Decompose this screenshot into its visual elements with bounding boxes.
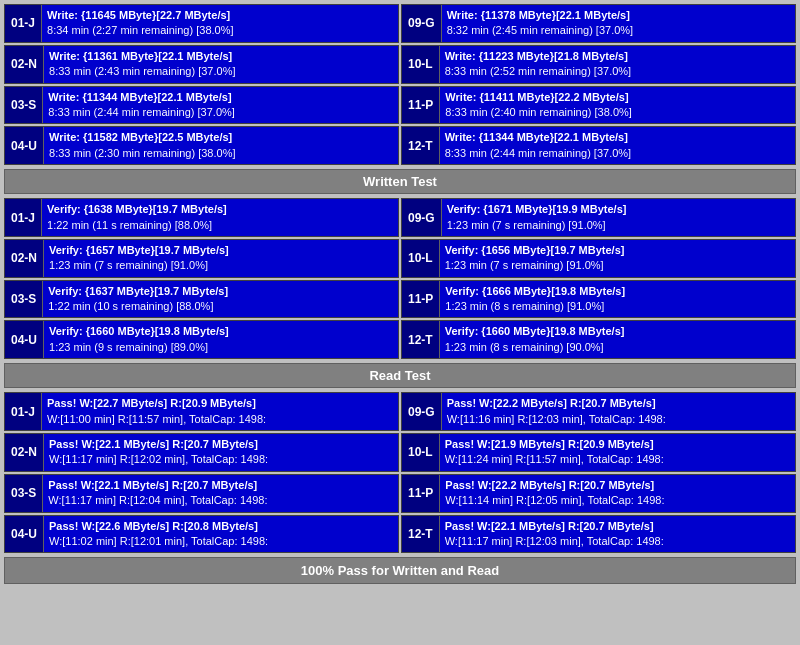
device-cell: 01-JVerify: {1638 MByte}[19.7 MByte/s]1:…	[4, 198, 399, 237]
device-line2: W:[11:24 min] R:[11:57 min], TotalCap: 1…	[445, 452, 790, 467]
device-id: 11-P	[402, 281, 440, 318]
device-line2: 1:22 min (11 s remaining) [88.0%]	[47, 218, 393, 233]
write-grid: 01-JWrite: {11645 MByte}[22.7 MByte/s]8:…	[4, 4, 796, 165]
device-cell: 01-JWrite: {11645 MByte}[22.7 MByte/s]8:…	[4, 4, 399, 43]
device-cell: 02-NPass! W:[22.1 MByte/s] R:[20.7 MByte…	[4, 433, 399, 472]
device-line2: W:[11:17 min] R:[12:04 min], TotalCap: 1…	[48, 493, 393, 508]
device-id: 11-P	[402, 475, 440, 512]
device-info: Pass! W:[22.6 MByte/s] R:[20.8 MByte/s] …	[44, 516, 398, 553]
device-cell: 04-UVerify: {1660 MByte}[19.8 MByte/s]1:…	[4, 320, 399, 359]
device-info: Verify: {1660 MByte}[19.8 MByte/s]1:23 m…	[44, 321, 398, 358]
device-cell: 04-UPass! W:[22.6 MByte/s] R:[20.8 MByte…	[4, 515, 399, 554]
device-line1: Verify: {1660 MByte}[19.8 MByte/s]	[445, 324, 790, 339]
device-id: 09-G	[402, 5, 442, 42]
device-id: 03-S	[5, 281, 43, 318]
device-info: Verify: {1656 MByte}[19.7 MByte/s]1:23 m…	[440, 240, 795, 277]
device-id: 10-L	[402, 434, 440, 471]
verify-grid: 01-JVerify: {1638 MByte}[19.7 MByte/s]1:…	[4, 198, 796, 359]
device-cell: 12-TVerify: {1660 MByte}[19.8 MByte/s]1:…	[401, 320, 796, 359]
device-line2: 1:22 min (10 s remaining) [88.0%]	[48, 299, 393, 314]
device-info: Pass! W:[22.7 MByte/s] R:[20.9 MByte/s] …	[42, 393, 398, 430]
device-line1: Write: {11344 MByte}[22.1 MByte/s]	[445, 130, 790, 145]
device-line1: Pass! W:[22.6 MByte/s] R:[20.8 MByte/s]	[49, 519, 393, 534]
device-line1: Write: {11582 MByte}[22.5 MByte/s]	[49, 130, 393, 145]
device-info: Write: {11411 MByte}[22.2 MByte/s]8:33 m…	[440, 87, 795, 124]
device-line2: 8:33 min (2:44 min remaining) [37.0%]	[445, 146, 790, 161]
device-cell: 11-PVerify: {1666 MByte}[19.8 MByte/s]1:…	[401, 280, 796, 319]
device-info: Write: {11223 MByte}[21.8 MByte/s]8:33 m…	[440, 46, 795, 83]
device-line2: W:[11:00 min] R:[11:57 min], TotalCap: 1…	[47, 412, 393, 427]
device-info: Pass! W:[22.1 MByte/s] R:[20.7 MByte/s] …	[44, 434, 398, 471]
device-info: Verify: {1657 MByte}[19.7 MByte/s]1:23 m…	[44, 240, 398, 277]
device-info: Write: {11344 MByte}[22.1 MByte/s]8:33 m…	[440, 127, 795, 164]
device-info: Write: {11344 MByte}[22.1 MByte/s]8:33 m…	[43, 87, 398, 124]
device-line2: 8:33 min (2:52 min remaining) [37.0%]	[445, 64, 790, 79]
device-cell: 10-LPass! W:[21.9 MByte/s] R:[20.9 MByte…	[401, 433, 796, 472]
device-id: 12-T	[402, 516, 440, 553]
device-line2: 1:23 min (7 s remaining) [91.0%]	[447, 218, 790, 233]
device-line2: 8:33 min (2:43 min remaining) [37.0%]	[49, 64, 393, 79]
device-cell: 01-JPass! W:[22.7 MByte/s] R:[20.9 MByte…	[4, 392, 399, 431]
device-info: Verify: {1637 MByte}[19.7 MByte/s]1:22 m…	[43, 281, 398, 318]
device-line1: Pass! W:[22.2 MByte/s] R:[20.7 MByte/s]	[447, 396, 790, 411]
device-line1: Write: {11361 MByte}[22.1 MByte/s]	[49, 49, 393, 64]
device-line1: Write: {11378 MByte}[22.1 MByte/s]	[447, 8, 790, 23]
device-id: 12-T	[402, 321, 440, 358]
device-id: 02-N	[5, 434, 44, 471]
device-line2: 8:33 min (2:30 min remaining) [38.0%]	[49, 146, 393, 161]
device-info: Pass! W:[22.2 MByte/s] R:[20.7 MByte/s] …	[440, 475, 795, 512]
device-line2: 1:23 min (8 s remaining) [90.0%]	[445, 340, 790, 355]
device-cell: 11-PWrite: {11411 MByte}[22.2 MByte/s]8:…	[401, 86, 796, 125]
device-id: 01-J	[5, 199, 42, 236]
device-cell: 03-SWrite: {11344 MByte}[22.1 MByte/s]8:…	[4, 86, 399, 125]
device-line2: W:[11:17 min] R:[12:02 min], TotalCap: 1…	[49, 452, 393, 467]
device-line1: Verify: {1666 MByte}[19.8 MByte/s]	[445, 284, 790, 299]
device-line1: Verify: {1660 MByte}[19.8 MByte/s]	[49, 324, 393, 339]
read-section: 01-JPass! W:[22.7 MByte/s] R:[20.9 MByte…	[4, 392, 796, 553]
device-line1: Pass! W:[22.1 MByte/s] R:[20.7 MByte/s]	[445, 519, 790, 534]
device-info: Write: {11645 MByte}[22.7 MByte/s]8:34 m…	[42, 5, 398, 42]
write-section: 01-JWrite: {11645 MByte}[22.7 MByte/s]8:…	[4, 4, 796, 165]
device-cell: 10-LWrite: {11223 MByte}[21.8 MByte/s]8:…	[401, 45, 796, 84]
device-line1: Pass! W:[22.1 MByte/s] R:[20.7 MByte/s]	[49, 437, 393, 452]
device-id: 03-S	[5, 475, 43, 512]
device-cell: 02-NVerify: {1657 MByte}[19.7 MByte/s]1:…	[4, 239, 399, 278]
device-line1: Write: {11344 MByte}[22.1 MByte/s]	[48, 90, 393, 105]
device-line1: Verify: {1656 MByte}[19.7 MByte/s]	[445, 243, 790, 258]
device-id: 01-J	[5, 5, 42, 42]
device-cell: 03-SPass! W:[22.1 MByte/s] R:[20.7 MByte…	[4, 474, 399, 513]
device-info: Pass! W:[22.2 MByte/s] R:[20.7 MByte/s] …	[442, 393, 795, 430]
device-info: Write: {11361 MByte}[22.1 MByte/s]8:33 m…	[44, 46, 398, 83]
device-id: 09-G	[402, 393, 442, 430]
device-id: 10-L	[402, 240, 440, 277]
device-line2: W:[11:16 min] R:[12:03 min], TotalCap: 1…	[447, 412, 790, 427]
footer-bar: 100% Pass for Written and Read	[4, 557, 796, 584]
device-id: 02-N	[5, 240, 44, 277]
device-line1: Verify: {1638 MByte}[19.7 MByte/s]	[47, 202, 393, 217]
device-cell: 09-GVerify: {1671 MByte}[19.9 MByte/s]1:…	[401, 198, 796, 237]
device-line2: 1:23 min (8 s remaining) [91.0%]	[445, 299, 790, 314]
device-line2: 8:32 min (2:45 min remaining) [37.0%]	[447, 23, 790, 38]
device-line2: W:[11:17 min] R:[12:03 min], TotalCap: 1…	[445, 534, 790, 549]
device-info: Verify: {1638 MByte}[19.7 MByte/s]1:22 m…	[42, 199, 398, 236]
main-container: 01-JWrite: {11645 MByte}[22.7 MByte/s]8:…	[0, 0, 800, 588]
device-line2: 8:33 min (2:44 min remaining) [37.0%]	[48, 105, 393, 120]
device-line1: Verify: {1657 MByte}[19.7 MByte/s]	[49, 243, 393, 258]
device-id: 10-L	[402, 46, 440, 83]
device-id: 11-P	[402, 87, 440, 124]
device-info: Verify: {1660 MByte}[19.8 MByte/s]1:23 m…	[440, 321, 795, 358]
device-line2: 1:23 min (7 s remaining) [91.0%]	[445, 258, 790, 273]
verify-section: 01-JVerify: {1638 MByte}[19.7 MByte/s]1:…	[4, 198, 796, 359]
device-info: Verify: {1666 MByte}[19.8 MByte/s]1:23 m…	[440, 281, 795, 318]
device-cell: 12-TWrite: {11344 MByte}[22.1 MByte/s]8:…	[401, 126, 796, 165]
device-id: 09-G	[402, 199, 442, 236]
device-line1: Verify: {1637 MByte}[19.7 MByte/s]	[48, 284, 393, 299]
written-test-header: Written Test	[4, 169, 796, 194]
device-line2: W:[11:14 min] R:[12:05 min], TotalCap: 1…	[445, 493, 790, 508]
device-id: 03-S	[5, 87, 43, 124]
device-line2: 8:34 min (2:27 min remaining) [38.0%]	[47, 23, 393, 38]
device-id: 01-J	[5, 393, 42, 430]
device-id: 04-U	[5, 321, 44, 358]
device-info: Pass! W:[22.1 MByte/s] R:[20.7 MByte/s] …	[440, 516, 795, 553]
device-cell: 02-NWrite: {11361 MByte}[22.1 MByte/s]8:…	[4, 45, 399, 84]
